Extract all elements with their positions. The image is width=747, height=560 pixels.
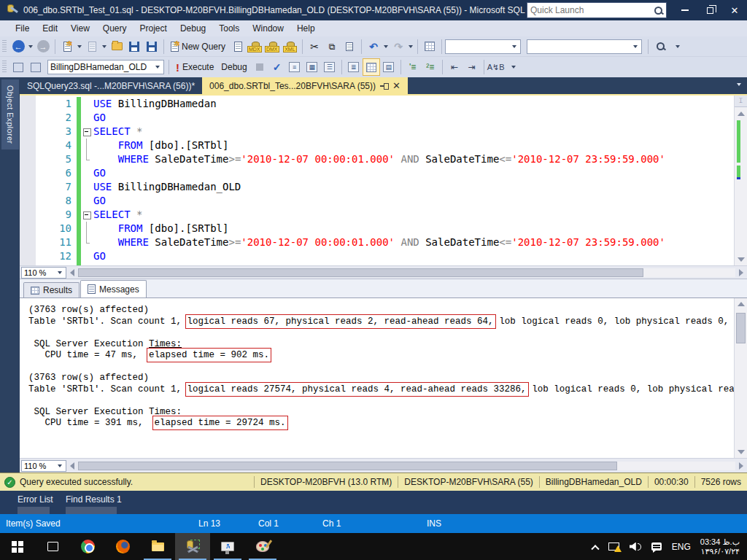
menu-view[interactable]: View xyxy=(64,21,96,36)
change-connection-button[interactable] xyxy=(27,58,44,76)
messages-hscroll-track[interactable] xyxy=(78,462,735,470)
sql-editor[interactable]: 1USE BillingDBHamedan2GO3SELECT *4 FROM … xyxy=(20,96,747,265)
comment-button[interactable]: '≡ xyxy=(404,58,422,76)
close-button[interactable]: ✕ xyxy=(722,0,747,20)
tray-network-button[interactable] xyxy=(603,533,624,560)
paste-button[interactable] xyxy=(341,38,358,55)
undo-button[interactable]: ↶ xyxy=(365,38,382,55)
tab-sqlquery23[interactable]: SQLQuery23.sql -...M20BFVH\SARA (56))* xyxy=(20,77,202,94)
editor-zoom-combo[interactable]: 110 % xyxy=(21,267,66,279)
tab-006-dbo-srtbl-test[interactable]: 006_dbo.SRTbl_Tes...20BFVH\SARA (55)) ✕ xyxy=(202,77,408,94)
splitter-handle[interactable]: ⌶ xyxy=(735,96,747,107)
code-line[interactable]: 12GO xyxy=(36,249,734,263)
debug-button[interactable]: Debug xyxy=(217,58,250,76)
results-to-text-button[interactable]: ≣ xyxy=(345,58,363,76)
stop-button[interactable] xyxy=(251,58,268,76)
new-file-button[interactable]: ✱ xyxy=(58,38,76,55)
taskbar-monitor-app[interactable] xyxy=(210,533,245,560)
tab-list-dropdown[interactable] xyxy=(735,83,743,86)
code-line[interactable]: 4 FROM [dbo].[SRTbl] xyxy=(36,139,734,152)
xmla-query-button[interactable]: XML xyxy=(282,38,299,55)
open-file-button[interactable] xyxy=(108,38,125,55)
toolbar-grip[interactable] xyxy=(2,40,7,53)
estimated-plan-button[interactable]: ▦ xyxy=(303,58,321,76)
back-dropdown-icon[interactable] xyxy=(28,45,33,48)
messages-panel[interactable]: (3763 row(s) affected)Table 'SRTbl'. Sca… xyxy=(20,298,747,458)
editor-vertical-scrollbar[interactable]: ⌶ xyxy=(734,96,747,265)
toolbar-combo-2[interactable] xyxy=(527,39,642,54)
toolbar2-overflow-button[interactable] xyxy=(505,58,522,76)
dmx-query-button[interactable]: DMX xyxy=(264,38,282,55)
code-line[interactable]: 7USE BillingDBHamedan_OLD xyxy=(36,180,734,194)
error-list-tab[interactable]: Error List xyxy=(18,494,53,505)
tray-overflow-button[interactable] xyxy=(587,533,603,560)
quick-launch-box[interactable] xyxy=(527,2,667,18)
parse-button[interactable]: ✓ xyxy=(268,58,286,76)
results-to-file-button[interactable]: ▤ xyxy=(380,58,398,76)
decrease-indent-button[interactable]: ⇤ xyxy=(446,58,463,76)
breakpoint-margin[interactable] xyxy=(20,96,36,265)
taskbar-file-explorer[interactable] xyxy=(140,533,175,560)
code-line[interactable]: 3SELECT * xyxy=(36,125,734,139)
new-query-button[interactable]: ✱ New Query xyxy=(167,38,229,55)
start-button[interactable] xyxy=(0,533,35,560)
find-button[interactable] xyxy=(651,38,669,55)
results-to-grid-button[interactable] xyxy=(363,58,380,76)
close-tab-icon[interactable]: ✕ xyxy=(392,82,400,90)
mdx-query-button[interactable]: MDX xyxy=(247,38,264,55)
toolbar-combo-1[interactable] xyxy=(445,39,521,54)
tray-volume-button[interactable] xyxy=(624,533,646,560)
code-line[interactable]: 1USE BillingDBHamedan xyxy=(36,97,734,111)
find-results-tab[interactable]: Find Results 1 xyxy=(66,494,122,505)
toolbar-overflow-button[interactable] xyxy=(669,38,686,55)
menu-window[interactable]: Window xyxy=(246,21,290,36)
code-line[interactable]: 6GO xyxy=(36,166,734,180)
execution-plan-button[interactable] xyxy=(421,38,438,55)
object-explorer-tab[interactable]: Object Explorer xyxy=(1,79,19,149)
taskbar-clock[interactable]: 03:34 ب.ظ ۱۳۹۶/۰۷/۲۴ xyxy=(696,537,747,556)
editor-hscroll-thumb[interactable] xyxy=(78,268,643,277)
code-line[interactable]: 13 xyxy=(36,263,734,265)
menu-tools[interactable]: Tools xyxy=(212,21,246,36)
menu-file[interactable]: File xyxy=(9,21,36,36)
code-line[interactable]: 10 FROM [dbo].[SRTbl] xyxy=(36,222,734,236)
code-line[interactable]: 2GO xyxy=(36,111,734,125)
code-line[interactable]: 8GO xyxy=(36,194,734,208)
task-view-button[interactable] xyxy=(35,533,70,560)
taskbar-ssms[interactable] xyxy=(175,533,210,560)
menu-edit[interactable]: Edit xyxy=(36,21,64,36)
messages-vertical-scrollbar[interactable] xyxy=(734,298,747,458)
messages-scroll-down-icon[interactable] xyxy=(738,450,745,454)
taskbar-chrome[interactable] xyxy=(70,533,105,560)
cut-button[interactable]: ✂ xyxy=(306,38,323,55)
menu-help[interactable]: Help xyxy=(290,21,322,36)
editor-hscroll-track[interactable] xyxy=(78,268,735,277)
redo-button[interactable]: ↷ xyxy=(390,38,407,55)
language-indicator[interactable]: ENG xyxy=(667,533,696,560)
add-item-button[interactable] xyxy=(83,38,101,55)
code-line[interactable]: 9SELECT * xyxy=(36,208,734,222)
toolbar-grip-2[interactable] xyxy=(2,61,7,74)
menu-project[interactable]: Project xyxy=(133,21,174,36)
pin-icon[interactable] xyxy=(380,82,388,90)
tab-results[interactable]: Results xyxy=(23,282,80,298)
menu-debug[interactable]: Debug xyxy=(174,21,212,36)
increase-indent-button[interactable]: ⇥ xyxy=(463,58,481,76)
taskbar-firefox[interactable] xyxy=(105,533,140,560)
new-file-dropdown-icon[interactable] xyxy=(77,45,82,48)
restore-button[interactable] xyxy=(697,0,722,20)
available-databases-combo[interactable]: BillingDBHamedan_OLD xyxy=(47,60,164,74)
taskbar-paint[interactable] xyxy=(245,533,280,560)
tab-messages[interactable]: Messages xyxy=(80,280,147,298)
messages-hscroll-thumb[interactable] xyxy=(78,462,617,470)
messages-hscroll-left-icon[interactable] xyxy=(70,462,74,470)
query-options-button[interactable]: ☰ xyxy=(321,58,338,76)
save-all-button[interactable] xyxy=(143,38,160,55)
execute-button[interactable]: ! Execute xyxy=(172,58,217,76)
save-button[interactable] xyxy=(125,38,143,55)
code-line[interactable]: 5 WHERE SaleDateTime>='2010-12-07 00:00:… xyxy=(36,152,734,166)
navigate-forward-button[interactable]: → xyxy=(34,38,52,55)
add-item-dropdown-icon[interactable] xyxy=(102,45,107,48)
search-icon[interactable] xyxy=(654,6,663,15)
uncomment-button[interactable]: ²≡ xyxy=(422,58,439,76)
